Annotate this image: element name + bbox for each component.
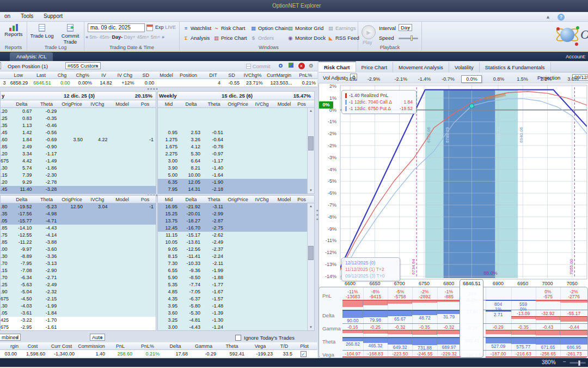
totals-col-header[interactable]: Cost [19, 342, 47, 349]
chain-col-header[interactable]: Delta [9, 196, 34, 203]
chain-col-header[interactable]: Delta [180, 100, 203, 107]
totals-col-header[interactable]: T/D [274, 342, 294, 349]
totals-col-header[interactable]: Gamma [189, 342, 218, 349]
summary-col-header[interactable]: SD [222, 71, 241, 79]
scroll-thumb[interactable] [308, 136, 314, 150]
windows-item-risk-chart[interactable]: ~Risk Chart [213, 24, 245, 33]
chain-row[interactable]: 4.35-6.37-1.57 [158, 295, 314, 303]
chain-row[interactable] [158, 193, 314, 194]
collapse-ribbon-icon[interactable]: ▲ [546, 14, 550, 20]
chain-col-header[interactable]: Pos [295, 100, 308, 107]
nav-day-minus[interactable]: Day- [112, 34, 123, 40]
chain-col-header[interactable]: OrigPrice [59, 100, 85, 107]
chain-row[interactable]: 9.05-12.56-2.37 [158, 246, 314, 253]
chain-col-header[interactable]: Model [273, 100, 295, 107]
chain-row[interactable]: .852.49-0.90 [1, 143, 156, 150]
nav-45m-plus[interactable]: 45m+ [137, 34, 149, 40]
chain-row[interactable] [1, 193, 156, 194]
summary-col-header[interactable]: Position [177, 71, 200, 79]
menu-item-support[interactable]: Support [39, 12, 67, 20]
strategy-select[interactable]: #655 Custom▼ [65, 62, 101, 69]
clipped-combo[interactable]: ▼ [0, 62, 1, 69]
zoom-slider-thumb[interactable] [578, 360, 580, 366]
interval-select[interactable]: Day▼ [399, 24, 412, 31]
totals-col-header[interactable]: PnL [107, 342, 134, 349]
chain-row[interactable]: .30-8.89-3.36 [1, 253, 156, 260]
chain-row[interactable]: 1.2753.26-0.64 [158, 136, 314, 143]
chain-row[interactable]: .85-14.10-4.43 [1, 225, 156, 232]
zoom-out-icon[interactable]: − [563, 359, 566, 365]
chain-col-header[interactable]: IVChg [85, 100, 110, 107]
chain-row[interactable]: 8.15-11.41-2.24 [158, 253, 314, 260]
summary-col-header[interactable]: CurrMargin [264, 71, 293, 79]
chain-row[interactable]: 0.952.53-0.51 [158, 129, 314, 136]
speed-slider[interactable] [399, 38, 418, 39]
chain-col-header[interactable]: Mid [158, 196, 180, 203]
chain-col-header[interactable] [1, 196, 9, 203]
commit-trade-button[interactable]: + Commit Trade [57, 24, 84, 45]
windows-item-watchlist[interactable]: ≡Watchlist [183, 24, 211, 33]
nav-fwd-icon[interactable]: » [162, 34, 164, 40]
chain-row[interactable]: .200.67-0.29 [1, 108, 156, 115]
chain-row[interactable]: .05-15.77-4.71 [1, 218, 156, 225]
zoom-slider[interactable] [569, 362, 586, 364]
totals-col-header[interactable]: Curr Cost [47, 342, 76, 349]
nav-back-icon[interactable]: « [85, 34, 88, 40]
chain-row[interactable]: 16.95-21.92-3.11 [158, 203, 314, 210]
tab-volatility[interactable]: Volatility [449, 62, 480, 73]
plot-checkbox[interactable]: ✓ [301, 351, 307, 357]
scroll-thumb[interactable] [308, 246, 314, 260]
vertical-scrollbar[interactable]: ▲▼ [307, 203, 314, 330]
chain-row[interactable]: 10.05-13.81-2.49 [158, 239, 314, 246]
chain-row[interactable]: .305.74-1.86 [1, 165, 156, 172]
chain-row[interactable]: 3.00-4.43-1.24 [158, 324, 314, 331]
tab-price-chart[interactable]: Price Chart [356, 62, 394, 73]
chain-col-header[interactable]: Model [110, 100, 135, 107]
totals-col-header[interactable]: Commission [76, 342, 107, 349]
windows-item-analysis[interactable]: ΣAnalysis [183, 34, 210, 43]
chain-row[interactable]: .25-5.63-2.49 [1, 281, 156, 288]
windows-item-monitor-dock[interactable]: ◉Monitor Dock [287, 34, 326, 43]
totals-col-header[interactable]: PnL% [134, 342, 161, 349]
totals-col-header[interactable]: rgin [0, 342, 19, 349]
chain-row[interactable]: 3.006.64-1.17 [158, 158, 314, 165]
chain-row[interactable]: 675-2.95-1.61 [1, 324, 156, 331]
chain-col-header[interactable]: Pos [134, 196, 156, 203]
windows-item-price-chart[interactable]: ▥Price Chart [213, 34, 247, 43]
chain-row[interactable]: 5.90-8.50-1.88 [158, 274, 314, 281]
tab-analysis-cl[interactable]: Analysis: /CL [10, 52, 53, 61]
chain-row[interactable]: .75-12.55-4.14 [1, 232, 156, 239]
combined-select[interactable]: mbined▼ [0, 334, 21, 341]
chain-row[interactable]: 13.75-18.27-2.87 [158, 218, 314, 225]
chain-col-header[interactable]: Theta [34, 100, 59, 107]
scroll-up-icon[interactable]: ▲ [308, 203, 314, 209]
chain-row[interactable]: 675-4.50-2.15 [1, 295, 156, 303]
commit-button[interactable]: Commit [246, 63, 270, 69]
trading-date-input[interactable]: ma. 09 dic. 2025 [88, 23, 145, 32]
scroll-down-icon[interactable]: ▼ [308, 324, 314, 330]
summary-col-header[interactable]: Last [29, 71, 53, 79]
chain-row[interactable]: 6.55-9.36-1.99 [158, 267, 314, 274]
windows-item-rss-feed[interactable]: ◣RSS Feed [328, 34, 359, 43]
chain-col-header[interactable]: IVChg [250, 100, 273, 107]
chain-row[interactable]: .85-11.22-3.88 [1, 239, 156, 246]
chain-row[interactable]: .451.42-0.56 [1, 129, 156, 136]
chain-row[interactable]: .203.34-1.17 [1, 150, 156, 158]
ignore-trades-checkbox[interactable] [235, 334, 241, 341]
scroll-down-icon[interactable]: ▼ [308, 188, 314, 194]
tab-risk-chart[interactable]: Risk Chart [318, 61, 356, 72]
menu-item-tools[interactable]: Tools [16, 12, 38, 20]
trade-log-button[interactable]: Trade Log [28, 24, 56, 39]
tab-statistics-fundamentals[interactable]: Statistics & Fundamentals [480, 62, 551, 73]
chain-col-header[interactable]: OrigPrice [225, 100, 250, 107]
chain-row[interactable]: .30-4.03-1.99 [1, 303, 156, 310]
chain-col-header[interactable]: Model [273, 196, 295, 203]
chain-row[interactable]: .15-7.08-2.90 [1, 267, 156, 274]
chain-row[interactable] [158, 122, 314, 129]
help-icon[interactable]: ? [558, 14, 565, 21]
chain-col-header[interactable]: Delta [9, 100, 34, 107]
windows-item-orders[interactable]: $Orders [250, 34, 274, 43]
chain-col-header[interactable]: Theta [203, 100, 225, 107]
totals-col-header[interactable]: Plot [294, 342, 315, 349]
chain-row[interactable]: 7.30-10.33-2.11 [158, 260, 314, 267]
